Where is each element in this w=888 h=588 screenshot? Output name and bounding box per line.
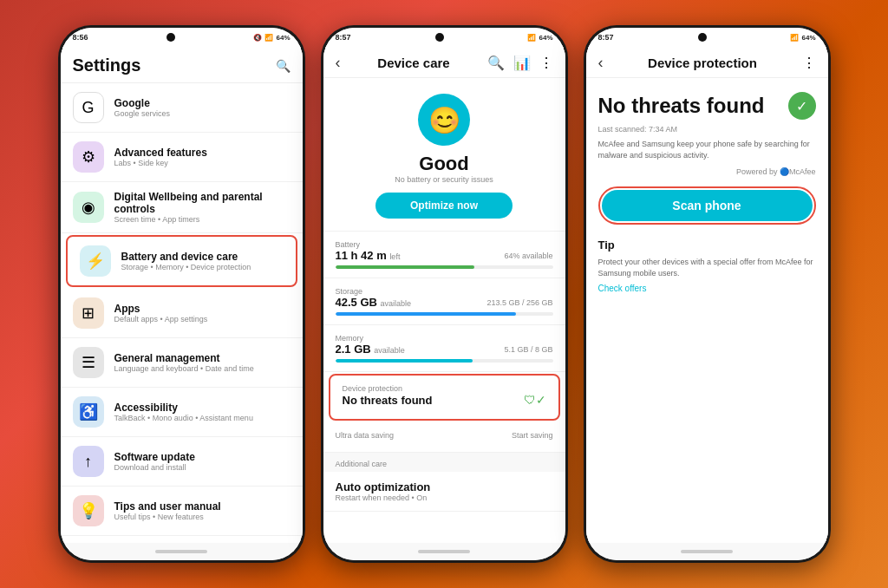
additional-care-label: Additional care bbox=[323, 453, 565, 472]
settings-item-battery[interactable]: ⚡ Battery and device care Storage • Memo… bbox=[66, 235, 297, 287]
settings-icon-wellbeing: ◉ bbox=[73, 192, 104, 223]
protection-header: ‹ Device protection ⋮ bbox=[586, 45, 828, 78]
status-bar-2: 8:57 📶 64% bbox=[323, 28, 565, 45]
settings-icon-battery: ⚡ bbox=[80, 245, 111, 277]
care-item-ultra-data[interactable]: Ultra data savingStart saving bbox=[323, 422, 565, 453]
good-section: 😊 Good No battery or security issues Opt… bbox=[323, 78, 565, 232]
status-bar-1: 8:56 🔇 📶 64% bbox=[61, 28, 303, 45]
care-item-storage[interactable]: Storage 42.5 GB available 213.5 GB / 256… bbox=[323, 278, 565, 325]
no-threats-row: No threats found ✓ bbox=[598, 92, 816, 120]
tip-label: Tip bbox=[598, 238, 816, 252]
care-item-auto-opt[interactable]: Auto optimizationRestart when needed • O… bbox=[323, 472, 565, 512]
time-3: 8:57 bbox=[598, 33, 614, 42]
home-indicator-1 bbox=[155, 550, 207, 553]
header-icons-2: 🔍 📊 ⋮ bbox=[487, 55, 553, 71]
notch-3 bbox=[698, 33, 707, 42]
bottom-bar-1 bbox=[61, 543, 303, 560]
mcafee-desc-text: McAfee and Samsung keep your phone safe … bbox=[598, 139, 816, 160]
more-icon-2[interactable]: ⋮ bbox=[539, 55, 553, 71]
settings-item-general[interactable]: ☰ General management Language and keyboa… bbox=[61, 338, 303, 388]
smiley-icon: 😊 bbox=[418, 94, 470, 146]
screen-2: ‹ Device care 🔍 📊 ⋮ 😊 Good No battery or… bbox=[323, 45, 565, 543]
phone-2: 8:57 📶 64% ‹ Device care 🔍 📊 ⋮ 😊 Good No bbox=[321, 25, 568, 563]
notch-1 bbox=[166, 33, 175, 42]
more-icon-3[interactable]: ⋮ bbox=[802, 55, 816, 71]
notch-2 bbox=[435, 33, 444, 42]
phone-1: 8:56 🔇 📶 64% Settings 🔍 G Google Google … bbox=[58, 25, 305, 563]
device-care-header: ‹ Device care 🔍 📊 ⋮ bbox=[323, 45, 565, 78]
settings-title: Settings bbox=[73, 56, 141, 75]
device-care-title: Device care bbox=[377, 56, 449, 70]
settings-icon-accessibility: ♿ bbox=[73, 396, 104, 428]
shield-check-icon: ✓ bbox=[788, 92, 816, 120]
status-icons-3: 📶 64% bbox=[790, 34, 815, 42]
settings-item-google[interactable]: G Google Google services bbox=[61, 83, 303, 133]
status-icons-1: 🔇 📶 64% bbox=[253, 34, 290, 42]
no-threats-title: No threats found bbox=[598, 94, 765, 118]
care-item-protection[interactable]: Device protection No threats found 🛡✓ bbox=[329, 374, 560, 421]
settings-item-software[interactable]: ↑ Software update Download and install bbox=[61, 437, 303, 487]
status-icons-2: 📶 64% bbox=[527, 34, 552, 42]
scan-button-wrapper: Scan phone bbox=[598, 186, 816, 225]
settings-icon-tips: 💡 bbox=[73, 495, 104, 526]
screen-1: Settings 🔍 G Google Google services ⚙ Ad… bbox=[61, 45, 303, 543]
care-list: Battery 11 h 42 m left 64% available Sto… bbox=[323, 232, 565, 543]
settings-item-accessibility[interactable]: ♿ Accessibility TalkBack • Mono audio • … bbox=[61, 388, 303, 437]
settings-item-advanced[interactable]: ⚙ Advanced features Labs • Side key bbox=[61, 133, 303, 182]
settings-icon-advanced: ⚙ bbox=[73, 141, 104, 173]
last-scanned-text: Last scanned: 7:34 AM bbox=[598, 125, 816, 134]
settings-icon-apps: ⊞ bbox=[73, 297, 104, 329]
settings-icon-software: ↑ bbox=[73, 446, 104, 477]
settings-item-wellbeing[interactable]: ◉ Digital Wellbeing and parental control… bbox=[61, 182, 303, 233]
tip-text: Protect your other devices with a specia… bbox=[598, 257, 816, 278]
check-offers-link[interactable]: Check offers bbox=[598, 284, 816, 293]
settings-header: Settings 🔍 bbox=[61, 45, 303, 83]
home-indicator-3 bbox=[681, 550, 733, 553]
care-item-battery[interactable]: Battery 11 h 42 m left 64% available bbox=[323, 232, 565, 278]
chart-icon-2[interactable]: 📊 bbox=[513, 55, 531, 71]
back-button-2[interactable]: ‹ bbox=[336, 54, 341, 72]
settings-list[interactable]: G Google Google services ⚙ Advanced feat… bbox=[61, 83, 303, 536]
bottom-bar-3 bbox=[586, 543, 828, 560]
bottom-bar-2 bbox=[323, 543, 565, 560]
tip-section: Tip Protect your other devices with a sp… bbox=[598, 238, 816, 293]
time-2: 8:57 bbox=[336, 33, 351, 42]
powered-by-text: Powered by 🔵McAfee bbox=[598, 167, 816, 176]
settings-icon-google: G bbox=[73, 92, 104, 123]
search-icon[interactable]: 🔍 bbox=[276, 59, 291, 73]
settings-item-tips[interactable]: 💡 Tips and user manual Useful tips • New… bbox=[61, 487, 303, 536]
good-label: Good bbox=[419, 153, 468, 175]
status-bar-3: 8:57 📶 64% bbox=[586, 28, 828, 45]
scan-button[interactable]: Scan phone bbox=[602, 190, 813, 221]
settings-item-apps[interactable]: ⊞ Apps Default apps • App settings bbox=[61, 289, 303, 338]
home-indicator-2 bbox=[418, 550, 470, 553]
protection-title: Device protection bbox=[648, 56, 757, 70]
search-icon-2[interactable]: 🔍 bbox=[487, 55, 505, 71]
settings-icon-general: ☰ bbox=[73, 347, 104, 378]
care-item-memory[interactable]: Memory 2.1 GB available 5.1 GB / 8 GB bbox=[323, 325, 565, 372]
optimize-button[interactable]: Optimize now bbox=[375, 193, 513, 219]
back-button-3[interactable]: ‹ bbox=[598, 54, 604, 72]
protection-content: No threats found ✓ Last scanned: 7:34 AM… bbox=[586, 78, 828, 543]
phone-3: 8:57 📶 64% ‹ Device protection ⋮ No thre… bbox=[584, 25, 831, 563]
good-sub: No battery or security issues bbox=[395, 175, 493, 184]
screen-3: ‹ Device protection ⋮ No threats found ✓… bbox=[586, 45, 828, 543]
time-1: 8:56 bbox=[73, 33, 88, 42]
